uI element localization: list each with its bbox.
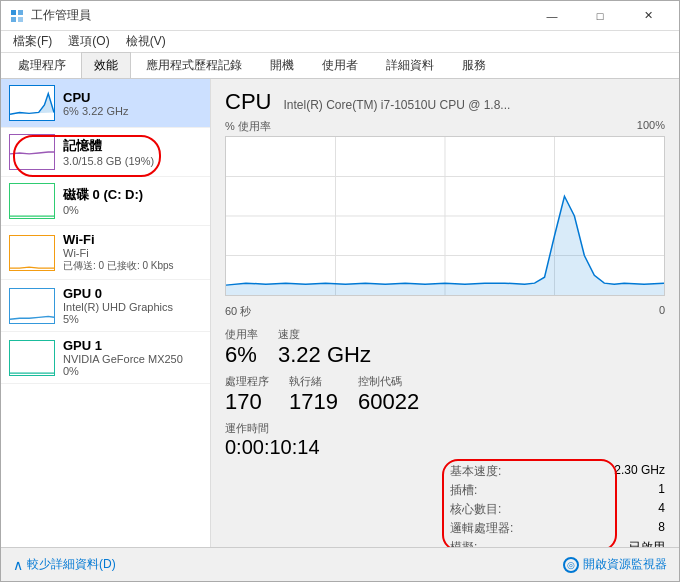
open-monitor-label: 開啟資源監視器 xyxy=(583,556,667,573)
base-speed-val: 2.30 GHz xyxy=(614,463,665,480)
stat-processes-value: 170 xyxy=(225,389,269,415)
gpu1-value2: 0% xyxy=(63,365,202,377)
menu-options[interactable]: 選項(O) xyxy=(60,31,117,52)
info-virtualization: 模擬: 已啟用 xyxy=(450,539,665,547)
info-right: 基本速度: 2.30 GHz 插槽: 1 核心數目: 4 邏輯處理器: 8 xyxy=(450,463,665,547)
chart-axis-labels: % 使用率 100% xyxy=(225,119,665,134)
info-left xyxy=(225,463,440,547)
stat-threads-value: 1719 xyxy=(289,389,338,415)
stat-speed: 速度 3.22 GHz xyxy=(278,327,371,368)
tab-services[interactable]: 服務 xyxy=(449,52,499,78)
runtime-value: 0:00:10:14 xyxy=(225,436,665,459)
gpu0-value1: Intel(R) UHD Graphics xyxy=(63,301,202,313)
menu-view[interactable]: 檢視(V) xyxy=(118,31,174,52)
memory-mini-chart xyxy=(9,134,55,170)
cores-key: 核心數目: xyxy=(450,501,501,518)
chart-y-max: 100% xyxy=(637,119,665,134)
virt-val: 已啟用 xyxy=(629,539,665,547)
cpu-label: CPU xyxy=(63,90,202,105)
title-bar: 工作管理員 — □ ✕ xyxy=(1,1,679,31)
app-icon xyxy=(9,8,25,24)
less-details-label: 較少詳細資料(D) xyxy=(27,556,116,573)
stat-speed-label: 速度 xyxy=(278,327,371,342)
gpu1-label: GPU 1 xyxy=(63,338,202,353)
window-title: 工作管理員 xyxy=(31,7,91,24)
sidebar-item-wifi[interactable]: Wi-Fi Wi-Fi 已傳送: 0 已接收: 0 Kbps xyxy=(1,226,210,280)
stat-threads: 執行緒 1719 xyxy=(289,374,338,415)
gpu1-mini-chart xyxy=(9,340,55,376)
stat-usage: 使用率 6% xyxy=(225,327,258,368)
stat-processes: 處理程序 170 xyxy=(225,374,269,415)
runtime-label: 運作時間 xyxy=(225,421,665,436)
sidebar-item-disk[interactable]: 磁碟 0 (C: D:) 0% xyxy=(1,177,210,226)
cpu-value: 6% 3.22 GHz xyxy=(63,105,202,117)
gpu0-label: GPU 0 xyxy=(63,286,202,301)
stat-handles-label: 控制代碼 xyxy=(358,374,419,389)
memory-value: 3.0/15.8 GB (19%) xyxy=(63,155,202,167)
tab-users[interactable]: 使用者 xyxy=(309,52,371,78)
tab-startup[interactable]: 開機 xyxy=(257,52,307,78)
sidebar-item-gpu0[interactable]: GPU 0 Intel(R) UHD Graphics 5% xyxy=(1,280,210,332)
menu-bar: 檔案(F) 選項(O) 檢視(V) xyxy=(1,31,679,53)
window: 工作管理員 — □ ✕ 檔案(F) 選項(O) 檢視(V) 處理程序 效能 應用… xyxy=(0,0,680,582)
less-details-button[interactable]: ∧ 較少詳細資料(D) xyxy=(13,556,116,573)
bottom-bar: ∧ 較少詳細資料(D) ◎ 開啟資源監視器 xyxy=(1,547,679,581)
gpu0-mini-chart xyxy=(9,288,55,324)
gpu1-value1: NVIDIA GeForce MX250 xyxy=(63,353,202,365)
sidebar-item-cpu[interactable]: CPU 6% 3.22 GHz xyxy=(1,79,210,128)
menu-file[interactable]: 檔案(F) xyxy=(5,31,60,52)
monitor-icon: ◎ xyxy=(563,557,579,573)
tab-app-history[interactable]: 應用程式歷程記錄 xyxy=(133,52,255,78)
runtime-block: 運作時間 0:00:10:14 xyxy=(225,421,665,459)
stat-handles: 控制代碼 60022 xyxy=(358,374,419,415)
svg-rect-1 xyxy=(18,10,23,15)
chart-time-labels: 60 秒 0 xyxy=(225,304,665,319)
time-left-label: 60 秒 xyxy=(225,304,251,319)
virt-key: 模擬: xyxy=(450,539,477,547)
tab-performance[interactable]: 效能 xyxy=(81,52,131,78)
title-controls: — □ ✕ xyxy=(529,1,671,31)
main-subtitle: Intel(R) Core(TM) i7-10510U CPU @ 1.8... xyxy=(283,98,510,112)
minimize-button[interactable]: — xyxy=(529,1,575,31)
info-logical: 邏輯處理器: 8 xyxy=(450,520,665,537)
open-monitor-button[interactable]: ◎ 開啟資源監視器 xyxy=(563,556,667,573)
logical-val: 8 xyxy=(658,520,665,537)
cpu-chart xyxy=(225,136,665,296)
tab-details[interactable]: 詳細資料 xyxy=(373,52,447,78)
disk-value: 0% xyxy=(63,204,202,216)
stat-usage-label: 使用率 xyxy=(225,327,258,342)
cores-val: 4 xyxy=(658,501,665,518)
socket-val: 1 xyxy=(658,482,665,499)
close-button[interactable]: ✕ xyxy=(625,1,671,31)
svg-rect-2 xyxy=(11,17,16,22)
sidebar-item-memory[interactable]: 記憶體 3.0/15.8 GB (19%) xyxy=(1,128,210,177)
disk-label: 磁碟 0 (C: D:) xyxy=(63,186,202,204)
disk-mini-chart xyxy=(9,183,55,219)
time-right-label: 0 xyxy=(659,304,665,319)
stat-handles-value: 60022 xyxy=(358,389,419,415)
main-panel: CPU Intel(R) Core(TM) i7-10510U CPU @ 1.… xyxy=(211,79,679,547)
info-socket: 插槽: 1 xyxy=(450,482,665,499)
stat-threads-label: 執行緒 xyxy=(289,374,338,389)
spacer xyxy=(391,327,665,368)
base-speed-key: 基本速度: xyxy=(450,463,501,480)
tab-processes[interactable]: 處理程序 xyxy=(5,52,79,78)
info-columns: 基本速度: 2.30 GHz 插槽: 1 核心數目: 4 邏輯處理器: 8 xyxy=(225,463,665,547)
logical-key: 邏輯處理器: xyxy=(450,520,513,537)
wifi-value1: Wi-Fi xyxy=(63,247,202,259)
sidebar-item-gpu1[interactable]: GPU 1 NVIDIA GeForce MX250 0% xyxy=(1,332,210,384)
wifi-label: Wi-Fi xyxy=(63,232,202,247)
wifi-mini-chart xyxy=(9,235,55,271)
content-area: CPU 6% 3.22 GHz 記憶體 3.0/15.8 GB (19%) xyxy=(1,79,679,547)
wifi-value2: 已傳送: 0 已接收: 0 Kbps xyxy=(63,259,202,273)
main-title: CPU xyxy=(225,89,271,115)
stat-speed-value: 3.22 GHz xyxy=(278,342,371,368)
stat-usage-value: 6% xyxy=(225,342,258,368)
gpu0-value2: 5% xyxy=(63,313,202,325)
main-header: CPU Intel(R) Core(TM) i7-10510U CPU @ 1.… xyxy=(225,89,665,115)
cpu-mini-chart xyxy=(9,85,55,121)
maximize-button[interactable]: □ xyxy=(577,1,623,31)
info-base-speed: 基本速度: 2.30 GHz xyxy=(450,463,665,480)
stat-processes-label: 處理程序 xyxy=(225,374,269,389)
memory-label: 記憶體 xyxy=(63,137,202,155)
